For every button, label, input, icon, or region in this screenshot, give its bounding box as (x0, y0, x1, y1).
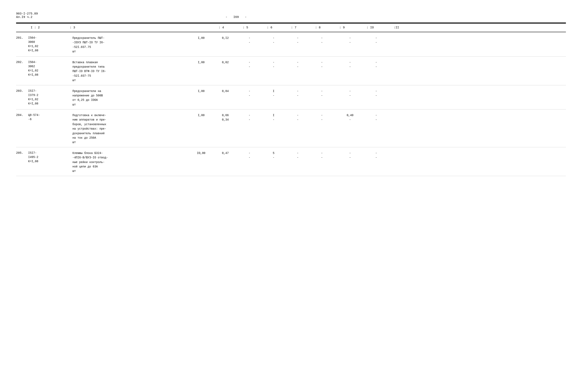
row-cell-9: - - (310, 89, 334, 98)
col-header-1: I : 2 (16, 26, 52, 30)
row-description: Подготовка к включе- нию аппаратов и при… (72, 113, 189, 145)
table-row: 203.I5I7- I379-2 К=1,02 К=I,08Предохрани… (16, 85, 566, 110)
row-cell-7: - - (262, 60, 286, 69)
col-header-10: : IO (354, 26, 386, 30)
row-description: Вставка плавкая предохранителя типа ПШТ-… (72, 60, 189, 83)
row-cell-10: 0,40 - (334, 113, 366, 122)
header-dash2: - (245, 16, 247, 19)
row-cell-8: - - (286, 36, 310, 45)
col-header-2: : 3 (52, 26, 92, 30)
row-cell-4: I,00 (189, 60, 213, 64)
main-table: I : 2 : 3 : 4 : 5 : 6 : 7 : 8 : 9 : IO :… (16, 24, 566, 176)
row-cell-10: - - (334, 36, 366, 45)
row-cell-5: 0,I2 (213, 36, 237, 40)
row-cell-7: - - (262, 36, 286, 45)
header-dash1: - (225, 16, 227, 19)
row-cell-11: - - (366, 151, 386, 160)
row-cell-10: - - (334, 151, 366, 160)
row-cell-5: 0,47 (213, 151, 237, 155)
row-cell-4: I,00 (189, 113, 213, 118)
rows-container: 201.I504- 3060 К=1,02 К=I,08Предохраните… (16, 32, 566, 176)
row-cell-7: 5 - (262, 151, 286, 160)
table-row: 204.Ц8-574- -6Подготовка к включе- нию а… (16, 110, 566, 147)
row-cell-5: 0,02 (213, 60, 237, 64)
row-cell-4: IO,00 (189, 151, 213, 155)
row-number: 201. (16, 36, 28, 40)
row-cell-8: - - (286, 89, 310, 98)
row-cell-7: I - (262, 113, 286, 122)
row-cell-9: - - (310, 60, 334, 69)
header-subtitle: Ал.I9 ч.2 (16, 16, 32, 19)
col-header-6: : 6 (257, 26, 282, 30)
row-cell-4: I,00 (189, 89, 213, 93)
header-page: I69 (233, 16, 239, 19)
header-line1: 903-I-275.89 (16, 12, 566, 16)
row-cell-9: - - (310, 113, 334, 122)
row-code: Ц8-574- -6 (28, 113, 72, 122)
row-code: I5I7- I379-2 К=1,02 К=I,08 (28, 89, 72, 106)
row-cell-9: - - (310, 151, 334, 160)
row-cell-8: - - (286, 151, 310, 160)
row-description: Предохранитель ПШТ- -IОУЗ ПШТ-IO ТУ I6- … (72, 36, 189, 54)
row-number: 204. (16, 113, 28, 117)
col-header-5: : 5 (233, 26, 257, 30)
row-cell-8: - - (286, 113, 310, 122)
row-cell-8: - - (286, 60, 310, 69)
row-number: 205. (16, 151, 28, 155)
row-cell-11: - - (366, 60, 386, 69)
table-row: 202.I504- 3062 К=1,02 К=I,08Вставка плав… (16, 56, 566, 85)
row-cell-10: - - (334, 60, 366, 69)
col-header-7: : 7 (282, 26, 306, 30)
col-header-8: : 8 (306, 26, 330, 30)
row-cell-6: - - (237, 89, 262, 98)
row-cell-7: I - (262, 89, 286, 98)
row-cell-10: - - (334, 89, 366, 98)
col-header-9: : 9 (330, 26, 354, 30)
header-line2: Ал.I9 ч.2 - I69 - (16, 16, 566, 19)
row-cell-6: - - (237, 60, 262, 69)
col-header-11: :II (386, 26, 406, 30)
row-cell-5: 0,66 0,34 (213, 113, 237, 122)
row-code: I504- 3060 К=1,02 К=I,08 (28, 36, 72, 53)
col-header-4: : 4 (209, 26, 233, 30)
table-row: 201.I504- 3060 К=1,02 К=I,08Предохраните… (16, 32, 566, 56)
table-row: 205.I5I7- I495-2 К=I,08Клеммы блока Б324… (16, 147, 566, 176)
row-code: I5I7- I495-2 К=I,08 (28, 151, 72, 164)
row-number: 203. (16, 89, 28, 93)
row-cell-9: - - (310, 36, 334, 45)
row-description: Предохранители на напряжение до 500В от … (72, 89, 189, 107)
row-description: Клеммы блока Б324- -4ПI6-В/ВУЗ-IO отвод-… (72, 151, 189, 174)
row-cell-5: 0,84 (213, 89, 237, 93)
row-cell-4: I,00 (189, 36, 213, 40)
row-number: 202. (16, 60, 28, 64)
row-cell-6: - - (237, 151, 262, 160)
page-header: 903-I-275.89 Ал.I9 ч.2 - I69 - (16, 12, 566, 19)
row-cell-11: - - (366, 36, 386, 45)
row-cell-6: - - (237, 113, 262, 122)
row-cell-11: - - (366, 113, 386, 122)
row-cell-6: - - (237, 36, 262, 45)
row-cell-11: - - (366, 89, 386, 98)
column-headers: I : 2 : 3 : 4 : 5 : 6 : 7 : 8 : 9 : IO :… (16, 24, 566, 32)
row-code: I504- 3062 К=1,02 К=I,08 (28, 60, 72, 77)
